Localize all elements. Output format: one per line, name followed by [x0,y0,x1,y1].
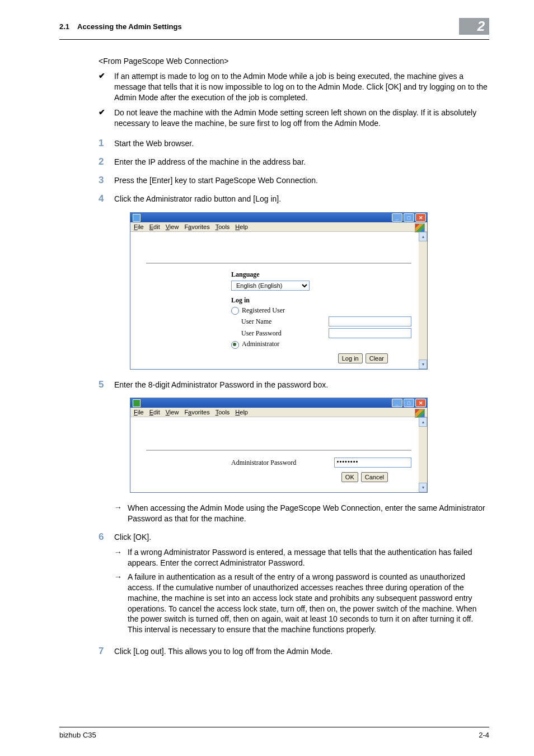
menu-view[interactable]: View [166,223,179,230]
scroll-down-icon[interactable]: ▾ [419,360,427,369]
step-number: 6 [99,532,114,638]
divider [146,450,411,451]
menu-edit[interactable]: Edit [149,409,160,416]
minimize-icon[interactable]: _ [392,399,402,407]
check-icon: ✔ [99,71,114,103]
menu-tools[interactable]: Tools [216,409,230,416]
step-text: Click the Administrator radio button and… [114,194,489,204]
intro-line: <From PageScope Web Connection> [99,57,489,66]
titlebar: _ □ ✕ [130,398,427,408]
step-number: 5 [99,380,114,390]
footer-left: bizhub C35 [59,731,96,739]
step-text: Enter the IP address of the machine in t… [114,157,489,167]
password-label: User Password [231,329,329,338]
login-button[interactable]: Log in [338,353,363,363]
menubar: File Edit View Favorites Tools Help [130,222,427,232]
step-text: Press the [Enter] key to start PageScope… [114,175,489,186]
step-text: Start the Web browser. [114,138,489,149]
menu-tools[interactable]: Tools [216,223,230,230]
minimize-icon[interactable]: _ [392,213,402,222]
username-input[interactable] [329,316,411,326]
chapter-badge: 2 [459,18,489,35]
cancel-button[interactable]: Cancel [361,472,388,482]
language-select[interactable]: English (English) [231,281,310,291]
registered-user-option[interactable]: Registered User [231,306,338,315]
radio-checked-icon[interactable] [231,341,239,349]
footer-rule [59,727,489,727]
titlebar: _ □ ✕ [130,213,427,222]
bullet-text: If an attempt is made to log on to the A… [114,71,489,103]
menu-favorites[interactable]: Favorites [184,409,209,416]
app-icon [133,399,140,407]
close-icon[interactable]: ✕ [415,213,426,222]
scroll-down-icon[interactable]: ▾ [419,483,427,492]
windows-flag-icon [415,223,425,232]
bullet-text: Do not leave the machine with the Admin … [114,108,489,129]
admin-password-label: Administrator Password [231,459,334,467]
step-text: Enter the 8-digit Administrator Password… [114,380,489,390]
browser-window-password: _ □ ✕ File Edit View Favorites Tools Hel… [130,398,428,493]
step-number: 2 [99,157,114,167]
menu-file[interactable]: File [134,409,144,416]
radio-unchecked-icon[interactable] [231,307,239,315]
menu-help[interactable]: Help [235,409,248,416]
check-icon: ✔ [99,108,114,129]
app-icon [133,214,140,222]
step-number: 7 [99,646,114,657]
note-text: When accessing the Admin Mode using the … [128,503,489,524]
note-text: If a wrong Administrator Password is ent… [128,547,489,568]
windows-flag-icon [415,409,425,418]
arrow-right-icon: → [114,503,128,524]
menu-edit[interactable]: Edit [149,223,160,230]
menu-favorites[interactable]: Favorites [184,223,209,230]
close-icon[interactable]: ✕ [415,399,426,407]
menubar: File Edit View Favorites Tools Help [130,408,427,417]
divider [146,263,411,264]
menu-file[interactable]: File [134,223,144,230]
admin-password-input[interactable]: •••••••• [334,458,411,468]
arrow-right-icon: → [114,572,128,635]
step-number: 4 [99,194,114,204]
scrollbar[interactable]: ▴ ▾ [419,417,427,492]
browser-window-login: _ □ ✕ File Edit View Favorites Tools Hel… [130,212,428,370]
username-label: User Name [231,318,329,326]
section-header: 2.1 Accessing the Admin Settings [59,20,182,31]
step-number: 3 [99,175,114,186]
maximize-icon[interactable]: □ [404,213,414,222]
scroll-up-icon[interactable]: ▴ [419,232,427,241]
login-heading: Log in [231,296,338,305]
header-rule [59,39,489,40]
menu-view[interactable]: View [166,409,179,416]
clear-button[interactable]: Clear [366,353,388,363]
administrator-option[interactable]: Administrator [231,340,338,348]
language-label: Language [231,270,338,279]
password-input[interactable] [329,328,411,338]
scroll-up-icon[interactable]: ▴ [419,417,427,427]
step-text: Click [Log out]. This allows you to log … [114,646,489,657]
ok-button[interactable]: OK [341,472,358,482]
step-text: Click [OK]. [114,533,151,542]
step-number: 1 [99,138,114,149]
scrollbar[interactable]: ▴ ▾ [419,232,427,369]
maximize-icon[interactable]: □ [404,399,414,407]
footer-right: 2-4 [479,731,489,739]
arrow-right-icon: → [114,547,128,568]
note-text: A failure in authentication as a result … [128,572,489,635]
menu-help[interactable]: Help [235,223,248,230]
